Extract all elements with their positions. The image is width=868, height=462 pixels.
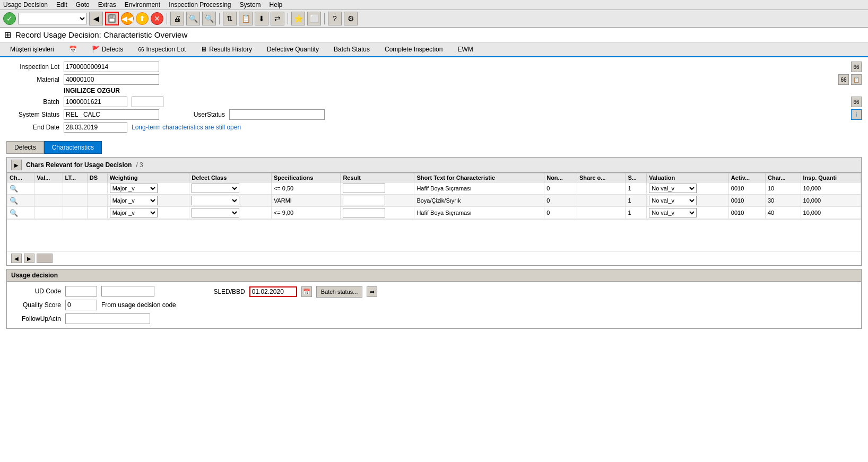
material-search-btn[interactable]: 66 (838, 74, 849, 85)
save-button[interactable] (105, 12, 119, 25)
cell-defect-class[interactable] (189, 195, 272, 207)
menu-item-inspection-processing[interactable]: Inspection Processing (169, 1, 231, 8)
batch-search-btn[interactable]: 66 (851, 97, 862, 107)
followup-input[interactable] (65, 313, 150, 324)
tab-inspection-lot[interactable]: 66 Inspection Lot (131, 42, 193, 56)
cell-ds (87, 182, 107, 195)
expand-button[interactable]: ▶ (11, 160, 22, 170)
tab-defective-quantity[interactable]: Defective Quantity (260, 42, 326, 56)
layout-button[interactable]: ⬜ (307, 12, 321, 25)
quality-score-row: Quality Score From usage decision code (13, 300, 176, 310)
menu-item-edit[interactable]: Edit (56, 1, 67, 8)
confirm-button[interactable]: ✓ (3, 12, 16, 25)
separator2 (219, 13, 220, 24)
tab-inspection-lot-label: Inspection Lot (146, 46, 186, 53)
long-term-warning: Long-term characteristics are still open (132, 124, 241, 131)
menu-item-extras[interactable]: Extras (98, 1, 116, 8)
menu-item-usage-decision[interactable]: Usage Decision (3, 1, 48, 8)
next-page-button[interactable]: ▶ (24, 254, 34, 263)
menu-item-system[interactable]: System (240, 1, 261, 8)
cell-defect-class[interactable] (189, 207, 272, 219)
cell-char: 30 (765, 195, 801, 207)
cell-result[interactable] (341, 182, 414, 195)
inspection-lot-search-btn1[interactable]: 66 (851, 62, 862, 72)
command-dropdown[interactable] (18, 13, 87, 24)
cell-valuation[interactable]: No val_v (647, 182, 729, 195)
info-btn[interactable]: i (851, 109, 862, 120)
cell-defect-class[interactable] (189, 182, 272, 195)
batch-input[interactable] (64, 97, 127, 107)
quality-score-input[interactable] (65, 300, 97, 310)
cell-icon[interactable]: 🔍 (7, 182, 34, 195)
menu-item-environment[interactable]: Environment (125, 1, 160, 8)
cell-short-text: Hafif Boya Sıçraması (414, 207, 544, 219)
batch-extra-input[interactable] (132, 97, 163, 107)
cell-val (34, 195, 63, 207)
cell-result[interactable] (341, 195, 414, 207)
col-weighting: Weighting (107, 173, 189, 182)
sub-tab-defects[interactable]: Defects (6, 141, 44, 154)
batch-status-button[interactable]: Batch status... (316, 286, 363, 298)
menu-item-goto[interactable]: Goto (76, 1, 90, 8)
cell-result[interactable] (341, 207, 414, 219)
find-button[interactable]: 🔍 (186, 12, 200, 25)
col-val: Val... (34, 173, 63, 182)
tab-musteri[interactable]: Müşteri işlevleri (3, 42, 61, 56)
col-insp-quantity: Insp. Quanti (801, 173, 861, 182)
cell-weighting[interactable]: Major _v (107, 182, 189, 195)
tab-ewm[interactable]: EWM (450, 42, 480, 56)
cell-s: 1 (626, 207, 647, 219)
tab-results-history[interactable]: 🖥 Results History (194, 42, 259, 56)
tab-defects[interactable]: 🚩 Defects (85, 42, 131, 56)
user-status-input[interactable] (229, 109, 325, 120)
menu-item-help[interactable]: Help (270, 1, 283, 8)
end-date-input[interactable] (64, 122, 127, 133)
inspection-lot-input[interactable] (64, 62, 159, 72)
up-button[interactable]: ⬆ (136, 12, 149, 25)
back-button[interactable]: ◀ (89, 12, 103, 25)
cell-icon[interactable]: 🔍 (7, 207, 34, 219)
copy-button[interactable]: 📋 (239, 12, 253, 25)
tab-complete-inspection[interactable]: Complete Inspection (378, 42, 449, 56)
tab-ewm-label: EWM (457, 46, 473, 53)
cell-weighting[interactable]: Major _v (107, 195, 189, 207)
material-input[interactable] (64, 74, 159, 85)
sub-tab-characteristics-label: Characteristics (52, 144, 94, 151)
system-status-input[interactable] (64, 109, 159, 120)
back-nav-button[interactable]: ◀◀ (121, 12, 134, 25)
bookmark-button[interactable]: ⭐ (291, 12, 305, 25)
usage-content: UD Code Quality Score From usage decisio… (7, 282, 861, 328)
cancel-button[interactable]: ✕ (151, 12, 163, 25)
tab-batch-status[interactable]: Batch Status (327, 42, 377, 56)
help-button[interactable]: ? (328, 12, 342, 25)
sub-tab-characteristics[interactable]: Characteristics (44, 141, 102, 154)
batch-status-icon-btn[interactable]: ➡ (367, 286, 377, 297)
find-next-button[interactable]: 🔍 (202, 12, 216, 25)
sled-label: SLED/BBD (197, 288, 245, 295)
cell-icon[interactable]: 🔍 (7, 195, 34, 207)
sort-button[interactable]: ⇅ (223, 12, 237, 25)
cell-valuation[interactable]: No val_v (647, 207, 729, 219)
download-button[interactable]: ⬇ (255, 12, 268, 25)
from-usage-text: From usage decision code (101, 301, 176, 309)
system-status-row: System Status UserStatus i (6, 109, 862, 120)
print-button[interactable]: 🖨 (170, 12, 184, 25)
batch-row: Batch 66 (6, 97, 862, 107)
title-bar: ⊞ Record Usage Decision: Characteristic … (0, 28, 868, 42)
ud-code-input1[interactable] (65, 286, 97, 297)
transfer-button[interactable]: ⇄ (271, 12, 284, 25)
col-char: Char... (765, 173, 801, 182)
material-info-btn[interactable]: 📋 (851, 74, 862, 85)
sled-calendar-btn[interactable]: 📅 (301, 286, 312, 297)
sub-tab-defects-label: Defects (14, 144, 36, 151)
title-icon: ⊞ (4, 30, 11, 40)
settings-button[interactable]: ⚙ (344, 12, 358, 25)
prev-page-button[interactable]: ◀ (11, 254, 22, 263)
ud-code-input2[interactable] (101, 286, 154, 297)
cell-valuation[interactable]: No val_v (647, 195, 729, 207)
sled-input[interactable] (249, 286, 297, 297)
tab-calendar[interactable]: 📅 (62, 42, 84, 56)
sub-tabs: Defects Characteristics (0, 139, 868, 154)
cell-weighting[interactable]: Major _v (107, 207, 189, 219)
cell-val (34, 207, 63, 219)
